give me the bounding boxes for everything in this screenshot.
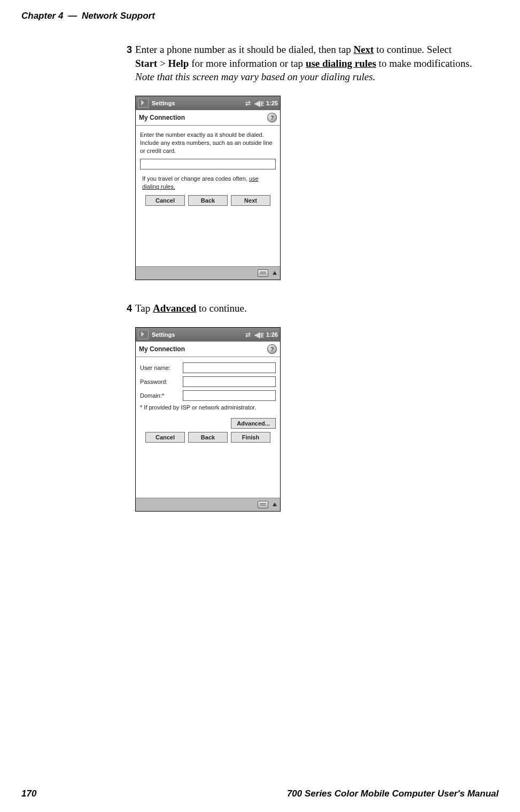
header-dash: —	[68, 11, 77, 21]
password-input[interactable]	[183, 376, 276, 387]
step-number: 3	[120, 43, 135, 84]
cancel-button[interactable]: Cancel	[145, 432, 185, 443]
window-title: Settings	[152, 331, 175, 338]
text: Enter a phone number as it should be dia…	[135, 44, 353, 55]
keyboard-icon[interactable]	[258, 501, 268, 508]
domain-footnote: * If provided by ISP or network administ…	[140, 404, 276, 411]
input-panel-bar	[136, 498, 280, 511]
text: for more information or tap	[189, 58, 305, 69]
divider	[136, 125, 280, 126]
help-icon[interactable]: ?	[267, 344, 277, 354]
help-icon[interactable]: ?	[267, 113, 277, 122]
cancel-button[interactable]: Cancel	[145, 195, 185, 206]
text: to continue.	[196, 303, 246, 314]
page-title: My Connection	[139, 114, 185, 121]
password-row: Password:	[140, 376, 276, 387]
screenshot-body: User name: Password: Domain:* * If provi…	[136, 361, 280, 498]
advanced-button[interactable]: Advanced...	[231, 418, 276, 429]
start-flag-icon[interactable]	[138, 330, 149, 339]
instruction-text: Enter the number exactly as it should be…	[140, 131, 276, 155]
username-row: User name:	[140, 362, 276, 373]
text: to continue. Select	[374, 44, 452, 55]
help-keyword: Help	[168, 58, 189, 69]
volume-icon[interactable]: ◀ᴇ	[254, 330, 264, 339]
domain-input[interactable]	[183, 390, 276, 401]
clock: 1:26	[266, 331, 278, 338]
domain-row: Domain:*	[140, 390, 276, 401]
chapter-label: Chapter 4	[21, 11, 63, 21]
step-body: Enter a phone number as it should be dia…	[135, 43, 473, 84]
window-titlebar: Settings ⇄ ◀ᴇ 1:25	[136, 96, 280, 110]
volume-icon[interactable]: ◀ᴇ	[254, 99, 264, 107]
step-3: 3 Enter a phone number as it should be d…	[120, 43, 473, 84]
connectivity-icon[interactable]: ⇄	[244, 99, 252, 107]
page-title-row: My Connection ?	[136, 110, 280, 125]
next-keyword: Next	[353, 44, 374, 55]
keyboard-icon[interactable]	[258, 269, 268, 277]
manual-title: 700 Series Color Mobile Computer User's …	[287, 788, 499, 799]
next-button[interactable]: Next	[231, 195, 270, 206]
chapter-title: Network Support	[82, 11, 155, 21]
hint-text-a: If you travel or change area codes often…	[142, 175, 249, 182]
running-footer: 170 700 Series Color Mobile Computer Use…	[21, 788, 499, 799]
step-body: Tap Advanced to continue.	[135, 301, 247, 315]
note-text: Note that this screen may vary based on …	[135, 71, 375, 82]
start-keyword: Start	[135, 58, 157, 69]
username-label: User name:	[140, 365, 183, 371]
password-label: Password:	[140, 378, 183, 385]
domain-label: Domain:*	[140, 392, 183, 399]
page-content: 3 Enter a phone number as it should be d…	[120, 43, 473, 533]
page-number: 170	[21, 788, 36, 799]
use-dialing-rules-keyword: use dialing rules	[306, 58, 376, 69]
text: Tap	[135, 303, 153, 314]
input-panel-bar	[136, 266, 280, 280]
phone-number-input[interactable]	[140, 159, 276, 169]
step-number: 4	[120, 301, 135, 315]
finish-button[interactable]: Finish	[231, 432, 270, 443]
screenshot-credentials: Settings ⇄ ◀ᴇ 1:26 My Connection ? User …	[135, 327, 281, 512]
input-selector-icon[interactable]	[273, 271, 277, 275]
username-input[interactable]	[183, 362, 276, 373]
hint-text: If you travel or change area codes often…	[140, 175, 276, 191]
window-titlebar: Settings ⇄ ◀ᴇ 1:26	[136, 328, 280, 342]
page-title-row: My Connection ?	[136, 342, 280, 357]
page-title: My Connection	[139, 345, 185, 353]
screenshot-dialing: Settings ⇄ ◀ᴇ 1:25 My Connection ? Enter…	[135, 96, 281, 280]
back-button[interactable]: Back	[188, 432, 228, 443]
advanced-keyword: Advanced	[153, 303, 196, 314]
step-4: 4 Tap Advanced to continue.	[120, 301, 473, 315]
running-header: Chapter 4 — Network Support	[21, 11, 155, 21]
advanced-row: Advanced...	[140, 418, 276, 429]
connectivity-icon[interactable]: ⇄	[244, 331, 252, 338]
divider	[136, 357, 280, 357]
button-row: Cancel Back Next	[140, 195, 276, 206]
text: to make modifications.	[376, 58, 472, 69]
button-row: Cancel Back Finish	[140, 432, 276, 443]
clock: 1:25	[266, 100, 278, 106]
start-flag-icon[interactable]	[138, 98, 149, 108]
text: >	[157, 58, 168, 69]
window-title: Settings	[152, 100, 175, 106]
input-selector-icon[interactable]	[273, 502, 277, 506]
screenshot-body: Enter the number exactly as it should be…	[136, 130, 280, 266]
back-button[interactable]: Back	[188, 195, 228, 206]
